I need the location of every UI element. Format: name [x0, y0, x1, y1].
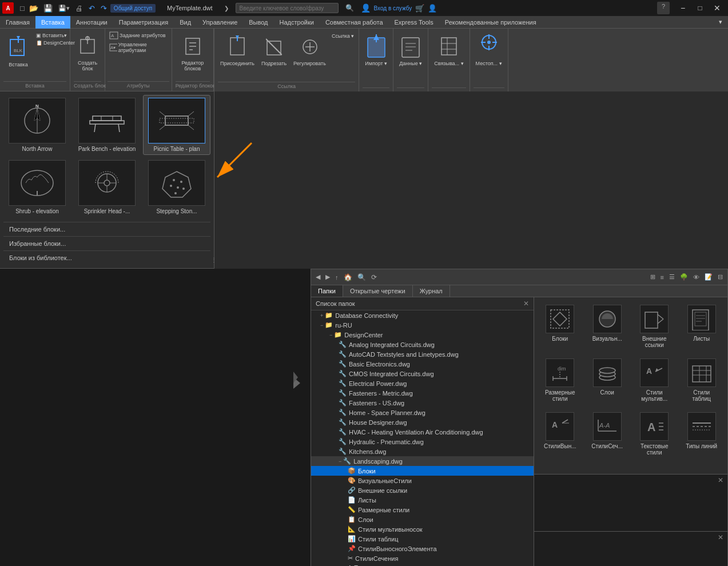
open-icon[interactable]: 📂: [27, 3, 40, 13]
dc-icon-dim-styles[interactable]: dim Размерныестили: [539, 356, 582, 405]
tree-item-db[interactable]: + 📁 Database Connectivity: [311, 310, 534, 320]
user-login-btn[interactable]: Вход в службу: [374, 5, 412, 11]
tree-item-home-space[interactable]: 🔧 Home - Space Planner.dwg: [311, 408, 534, 417]
tree-item-text-sub[interactable]: A Текстовые стили: [311, 563, 534, 566]
cart-icon[interactable]: 🛒: [415, 4, 424, 13]
dc-views-btn[interactable]: ⊟: [715, 272, 725, 282]
dc-expand-arrows[interactable]: [293, 372, 305, 396]
tree-item-autocad-text[interactable]: 🔧 AutoCAD Textstyles and Linetypes.dwg: [311, 349, 534, 359]
search-input[interactable]: [236, 3, 339, 13]
menu-item-insert[interactable]: Вставка: [35, 16, 70, 29]
menu-item-manage[interactable]: Управление: [197, 16, 243, 29]
dc-list-view-btn[interactable]: ≡: [658, 273, 666, 282]
tree-item-blocks-sub[interactable]: 📦 Блоки: [311, 466, 534, 476]
minimize-btn[interactable]: −: [674, 2, 691, 14]
dc-icon-callout[interactable]: A СтилиВын...: [539, 409, 582, 459]
tree-item-table-sub[interactable]: 📊 Стили таблиц: [311, 534, 534, 544]
dc-icon-view-btn[interactable]: ⊞: [648, 272, 658, 282]
panel-resize-handle[interactable]: ⋮: [212, 251, 216, 268]
preview-close-btn2[interactable]: ✕: [716, 533, 725, 542]
tree-item-landscaping[interactable]: − 🔧 Landscaping.dwg: [311, 456, 534, 466]
adjust-btn[interactable]: Регулировать: [291, 31, 328, 82]
block-item-sprinkler[interactable]: Sprinkler Head -...: [73, 157, 141, 217]
dc-preview-btn[interactable]: 👁: [691, 273, 702, 282]
tree-item-visual-sub[interactable]: 🎨 ВизуальныеСтили: [311, 476, 534, 485]
favorite-blocks-btn[interactable]: Избранные блоки...: [3, 236, 210, 250]
clip-btn[interactable]: Подрезать: [259, 31, 289, 82]
share-btn[interactable]: Общий доступ: [110, 4, 156, 13]
dc-icon-external[interactable]: Внешниессылки: [633, 302, 676, 351]
redo-icon[interactable]: ↷: [98, 3, 109, 14]
link-btn[interactable]: Связыва... ▾: [432, 31, 466, 67]
search-icon[interactable]: 🔍: [345, 4, 354, 12]
tree-item-house-designer[interactable]: 🔧 House Designer.dwg: [311, 417, 534, 427]
menu-item-output[interactable]: Вывод: [243, 16, 273, 29]
undo-icon[interactable]: ↶: [86, 3, 97, 14]
menu-item-express[interactable]: Express Tools: [389, 16, 439, 29]
dc-back-btn[interactable]: ◀: [313, 272, 323, 282]
dc-icon-line-types[interactable]: Типы линий: [681, 409, 723, 459]
save-as-icon[interactable]: 💾▾: [56, 3, 72, 13]
tree-item-external-sub[interactable]: 🔗 Внешние ссылки: [311, 485, 534, 495]
tree-item-hvac[interactable]: 🔧 HVAC - Heating Ventilation Air Conditi…: [311, 427, 534, 437]
tree-item-kitchens[interactable]: 🔧 Kitchens.dwg: [311, 447, 534, 456]
dc-up-btn[interactable]: ↑: [333, 273, 341, 282]
insert-btn[interactable]: BLK Вставка: [3, 31, 33, 69]
tree-item-basic-elec[interactable]: 🔧 Basic Electronics.dwg: [311, 359, 534, 369]
tree-item-sheets-sub[interactable]: 📄 Листы: [311, 495, 534, 505]
location-btn[interactable]: Местоп... ▾: [474, 31, 504, 67]
dc-icon-visual[interactable]: Визуальн...: [586, 302, 629, 351]
menu-item-home[interactable]: Главная: [0, 16, 35, 29]
menu-item-collaboration[interactable]: Совместная работа: [320, 16, 389, 29]
dc-icon-multileader[interactable]: A Стилимультив...: [633, 356, 676, 405]
recent-blocks-btn[interactable]: Последние блоки...: [3, 222, 210, 236]
dc-tab-folders[interactable]: Папки: [311, 285, 343, 297]
menu-overflow[interactable]: ▾: [713, 16, 728, 29]
tree-item-analog[interactable]: 🔧 Analog Integrated Circuits.dwg: [311, 340, 534, 349]
dc-icon-layers[interactable]: Слои: [586, 356, 629, 405]
dc-home-btn[interactable]: 🏠: [341, 272, 355, 282]
tree-item-electrical[interactable]: 🔧 Electrical Power.dwg: [311, 378, 534, 388]
menu-item-view[interactable]: Вид: [174, 16, 197, 29]
dc-tab-history[interactable]: Журнал: [413, 285, 450, 297]
library-blocks-btn[interactable]: Блоки из библиотек...: [3, 250, 210, 265]
help-btn[interactable]: ?: [657, 2, 670, 14]
menu-item-parametrization[interactable]: Параметризация: [113, 16, 174, 29]
dc-detail-view-btn[interactable]: ☰: [667, 272, 677, 282]
tree-item-fasteners-us[interactable]: 🔧 Fasteners - US.dwg: [311, 398, 534, 408]
save-icon[interactable]: 💾: [41, 3, 55, 14]
dc-refresh-btn[interactable]: ⟳: [369, 272, 379, 282]
ref-sub1[interactable]: Ссылка ▾: [331, 32, 355, 40]
attribute-define-btn[interactable]: AЗадание атрибутов: [108, 31, 169, 40]
create-block-btn[interactable]: Создатьблок: [75, 31, 100, 73]
block-item-shrub[interactable]: Shrub - elevation: [3, 157, 71, 217]
dc-description-btn[interactable]: 📝: [702, 272, 715, 282]
tree-item-section-sub[interactable]: ✂ СтилиСечения: [311, 553, 534, 563]
menu-item-annotations[interactable]: Аннотации: [70, 16, 113, 29]
block-item-north-arrow[interactable]: N North Arrow: [3, 95, 71, 155]
tree-item-ruru[interactable]: − 📁 ru-RU: [311, 320, 534, 330]
dc-tree-btn[interactable]: 🌳: [678, 272, 690, 282]
dc-tab-open-drawings[interactable]: Открытые чертежи: [343, 285, 413, 297]
new-icon[interactable]: □: [18, 3, 26, 13]
dc-search-btn[interactable]: 🔍: [355, 272, 368, 282]
tree-item-designcenter[interactable]: − 📁 DesignCenter: [311, 330, 534, 340]
dc-forward-btn[interactable]: ▶: [323, 272, 332, 282]
tree-item-callout-sub[interactable]: 📌 СтилиВыносногоЭлемента: [311, 544, 534, 553]
menu-item-recommended[interactable]: Рекомендованные приложения: [439, 16, 542, 29]
tree-item-hydraulic[interactable]: 🔧 Hydraulic - Pneumatic.dwg: [311, 437, 534, 447]
preview-close-btn1[interactable]: ✕: [716, 476, 725, 485]
attach-btn[interactable]: Присоединить: [218, 31, 257, 82]
maximize-btn[interactable]: □: [691, 2, 709, 14]
tree-item-layers-sub[interactable]: 📋 Слои: [311, 515, 534, 524]
dc-icon-blocks[interactable]: Блоки: [539, 302, 582, 351]
import-btn[interactable]: Импорт ▾: [363, 31, 389, 67]
dc-icon-section[interactable]: A-A СтилиСеч...: [586, 409, 629, 459]
data-btn[interactable]: Данные ▾: [397, 31, 424, 67]
user-menu-icon[interactable]: 👤: [428, 4, 437, 13]
dc-icon-table-styles[interactable]: Стилитаблиц: [681, 356, 723, 405]
block-item-stepping-stone[interactable]: Stepping Ston...: [143, 157, 210, 217]
tree-item-multileader-sub[interactable]: 📐 Стили мультивыносок: [311, 524, 534, 534]
attribute-manage-btn[interactable]: A▾Управление атрибутами: [108, 41, 169, 54]
block-item-park-bench[interactable]: Park Bench - elevation: [73, 95, 141, 155]
